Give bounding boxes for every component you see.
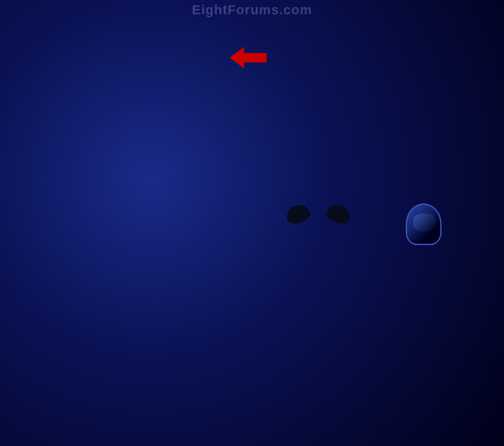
helmet-icon: [406, 203, 442, 245]
thumbnail-pictures: [390, 125, 457, 255]
account-pictures: [253, 125, 483, 255]
thumbnail-picture-2[interactable]: [390, 193, 457, 255]
main-content: Shawn Brink Disconnect More account sett…: [232, 0, 504, 446]
nav-arrow: [230, 47, 267, 68]
